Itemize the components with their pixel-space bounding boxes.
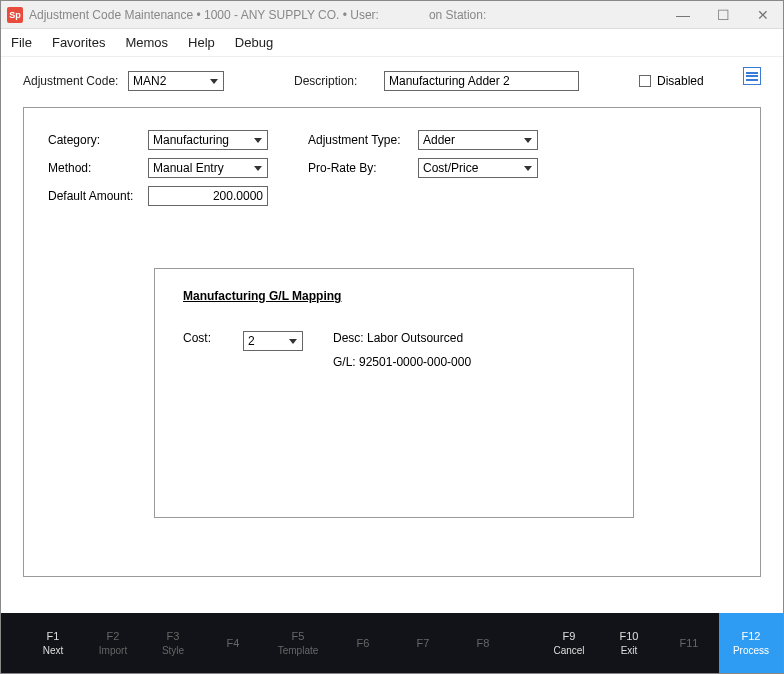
function-key-bar: F1Next F2Import F3Style F4 F5Template F6… bbox=[1, 613, 783, 673]
disabled-checkbox-wrap[interactable]: Disabled bbox=[639, 74, 704, 88]
cost-label: Cost: bbox=[183, 331, 243, 345]
cost-select[interactable]: 2 bbox=[243, 331, 303, 351]
maximize-button[interactable]: ☐ bbox=[703, 1, 743, 28]
method-select[interactable]: Manual Entry bbox=[148, 158, 268, 178]
f4-button[interactable]: F4 bbox=[203, 636, 263, 650]
f11-button[interactable]: F11 bbox=[659, 636, 719, 650]
disabled-label: Disabled bbox=[657, 74, 704, 88]
f12-button[interactable]: F12Process bbox=[719, 613, 783, 673]
close-button[interactable]: ✕ bbox=[743, 1, 783, 28]
menu-debug[interactable]: Debug bbox=[235, 35, 273, 50]
f8-button[interactable]: F8 bbox=[453, 636, 513, 650]
category-select[interactable]: Manufacturing bbox=[148, 130, 268, 150]
pro-rate-label: Pro-Rate By: bbox=[308, 161, 418, 175]
gl-mapping-panel: Manufacturing G/L Mapping Cost: 2 Desc: … bbox=[154, 268, 634, 518]
adjustment-type-label: Adjustment Type: bbox=[308, 133, 418, 147]
adjustment-code-select[interactable]: MAN2 bbox=[128, 71, 224, 91]
window-title: Adjustment Code Maintenance • 1000 - ANY… bbox=[29, 8, 379, 22]
minimize-button[interactable]: — bbox=[663, 1, 703, 28]
pro-rate-select[interactable]: Cost/Price bbox=[418, 158, 538, 178]
f6-button[interactable]: F6 bbox=[333, 636, 393, 650]
menu-favorites[interactable]: Favorites bbox=[52, 35, 105, 50]
f3-button[interactable]: F3Style bbox=[143, 629, 203, 656]
f10-button[interactable]: F10Exit bbox=[599, 629, 659, 656]
hamburger-icon[interactable] bbox=[743, 67, 761, 85]
menu-memos[interactable]: Memos bbox=[125, 35, 168, 50]
gl-mapping-title: Manufacturing G/L Mapping bbox=[183, 289, 605, 303]
menubar: File Favorites Memos Help Debug bbox=[1, 29, 783, 57]
method-label: Method: bbox=[48, 161, 148, 175]
adjustment-code-label: Adjustment Code: bbox=[23, 74, 128, 88]
f2-button[interactable]: F2Import bbox=[83, 629, 143, 656]
default-amount-label: Default Amount: bbox=[48, 189, 148, 203]
window-controls: — ☐ ✕ bbox=[663, 1, 783, 28]
description-label: Description: bbox=[294, 74, 374, 88]
f9-button[interactable]: F9Cancel bbox=[539, 629, 599, 656]
titlebar: Sp Adjustment Code Maintenance • 1000 - … bbox=[1, 1, 783, 29]
default-amount-input[interactable] bbox=[148, 186, 268, 206]
window-title-station: on Station: bbox=[429, 8, 486, 22]
cost-gl-text: G/L: 92501-0000-000-000 bbox=[333, 355, 471, 369]
f5-button[interactable]: F5Template bbox=[263, 629, 333, 656]
description-input[interactable] bbox=[384, 71, 579, 91]
category-label: Category: bbox=[48, 133, 148, 147]
app-icon: Sp bbox=[7, 7, 23, 23]
main-panel: Category: Manufacturing Method: Manual E… bbox=[23, 107, 761, 577]
adjustment-type-select[interactable]: Adder bbox=[418, 130, 538, 150]
menu-file[interactable]: File bbox=[11, 35, 32, 50]
disabled-checkbox[interactable] bbox=[639, 75, 651, 87]
cost-desc-text: Desc: Labor Outsourced bbox=[333, 331, 471, 345]
menu-help[interactable]: Help bbox=[188, 35, 215, 50]
f7-button[interactable]: F7 bbox=[393, 636, 453, 650]
f1-button[interactable]: F1Next bbox=[23, 629, 83, 656]
